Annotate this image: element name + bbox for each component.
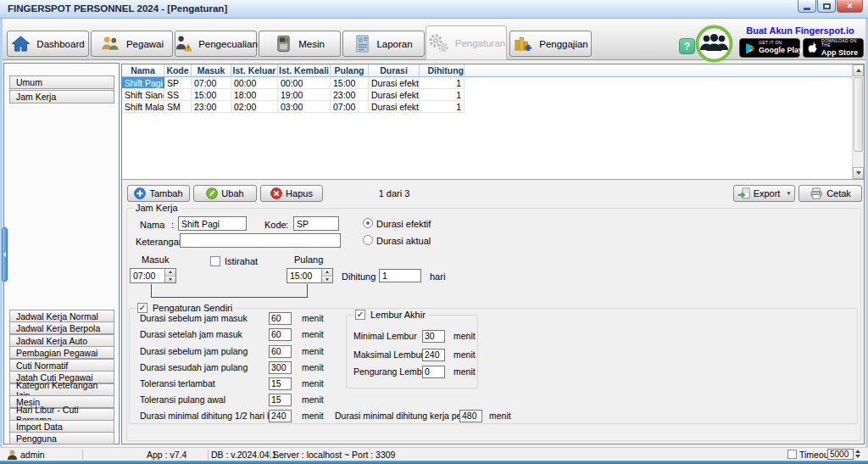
cell[interactable]: SS (164, 89, 192, 101)
sidebar-item-jadwal-kerja-berpola[interactable]: Jadwal Kerja Berpola (9, 321, 114, 334)
cell[interactable]: 1 (420, 101, 465, 113)
column-header-ist-keluar[interactable]: Ist. Keluar (231, 64, 278, 77)
cell[interactable]: 07:00 (192, 77, 231, 89)
column-header-durasi[interactable]: Durasi (369, 64, 420, 77)
column-header-nama[interactable]: Nama (122, 64, 164, 77)
sidebar-item-umum[interactable]: Umum (9, 75, 114, 89)
timeout-spinner[interactable] (855, 450, 860, 458)
tab-laporan[interactable]: Laporan (342, 31, 425, 57)
sidebar-item-jadwal-kerja-normal[interactable]: Jadwal Kerja Normal (9, 310, 114, 322)
tab-penggajian[interactable]: Penggajian (509, 31, 592, 57)
cell[interactable]: 19:00 (278, 89, 331, 101)
cell-selected[interactable]: Shift Pagi (122, 77, 164, 89)
column-header-pulang[interactable]: Pulang (331, 64, 369, 77)
dihitung-input[interactable] (379, 269, 421, 282)
cell[interactable]: 00:00 (231, 77, 278, 89)
splitter-handle[interactable] (2, 227, 8, 282)
cetak-button[interactable]: Cetak (798, 185, 862, 202)
table-row[interactable]: Shift Siang SS 15:00 18:00 19:00 23:00 D… (122, 89, 864, 101)
durasi-efektif-radio[interactable] (363, 218, 373, 228)
sidebar-item-hari-libur[interactable]: Hari Libur - Cuti Bersama (9, 408, 114, 421)
hapus-button[interactable]: Hapus (260, 185, 323, 202)
timeout-input[interactable] (827, 449, 854, 460)
cell[interactable]: 02:00 (231, 101, 278, 113)
sidebar-item-pengguna[interactable]: Pengguna (9, 432, 114, 444)
cell[interactable]: 23:00 (331, 89, 369, 101)
duration-input[interactable] (459, 410, 482, 422)
dropdown-arrow-icon[interactable]: ▼ (786, 191, 791, 196)
ubah-button[interactable]: Ubah (193, 185, 257, 202)
spin-down-button[interactable] (322, 277, 332, 283)
sidebar-item-kategori-keterangan-izin[interactable]: Kategori Keterangan Izin (9, 383, 114, 396)
duration-input[interactable] (269, 361, 292, 374)
cell[interactable]: 1 (420, 89, 465, 101)
sidebar-item-cuti-normatif[interactable]: Cuti Normatif (9, 359, 114, 372)
tab-pengecualian[interactable]: Pengecualian (175, 31, 257, 57)
keterangan-input[interactable] (180, 233, 341, 248)
app-store-badge[interactable]: Download on the App Store (803, 38, 864, 58)
spin-down-button[interactable] (165, 277, 175, 283)
duration-input[interactable] (269, 345, 292, 358)
cell[interactable]: Shift Siang (122, 89, 164, 101)
scroll-up-button[interactable] (853, 64, 864, 76)
duration-input[interactable] (422, 349, 445, 361)
table-scrollbar[interactable] (852, 64, 864, 179)
sidebar-item-pembagian-pegawai[interactable]: Pembagian Pegawai (9, 346, 114, 359)
duration-input[interactable] (422, 366, 445, 378)
duration-input[interactable] (269, 328, 292, 341)
cell[interactable]: 03:00 (278, 101, 331, 113)
lembur-akhir-checkbox[interactable]: ✓ (355, 310, 365, 320)
cell[interactable]: Durasi efektif (369, 77, 420, 89)
duration-input[interactable] (269, 377, 292, 390)
scrollbar-thumb[interactable] (854, 77, 863, 152)
cell[interactable]: 23:00 (192, 101, 231, 113)
column-header-kode[interactable]: Kode (164, 64, 192, 77)
spin-up-button[interactable] (322, 269, 332, 277)
duration-input[interactable] (422, 330, 445, 343)
cell[interactable]: 1 (420, 77, 465, 89)
duration-input[interactable] (269, 312, 292, 325)
cell[interactable]: 18:00 (231, 89, 278, 101)
cell[interactable]: 07:00 (331, 101, 369, 113)
tab-pengaturan[interactable]: Pengaturan (426, 25, 507, 60)
account-link[interactable]: Buat Akun Fingerspot.io (734, 25, 866, 36)
export-button[interactable]: Export ▼ (733, 185, 795, 202)
table-row[interactable]: Shift Malam SM 23:00 02:00 03:00 07:00 D… (122, 101, 864, 113)
column-header-ist-kembali[interactable]: Ist. Kembali (278, 64, 331, 77)
table-row[interactable]: Shift Pagi SP 07:00 00:00 00:00 15:00 Du… (122, 77, 864, 89)
sidebar-item-import-data[interactable]: Import Data (9, 420, 114, 433)
sidebar-item-jadwal-kerja-auto[interactable]: Jadwal Kerja Auto (9, 334, 114, 347)
maximize-button[interactable] (817, 0, 836, 13)
cell[interactable]: Durasi efektif (369, 89, 420, 101)
durasi-aktual-radio[interactable] (363, 235, 373, 245)
cell[interactable]: 00:00 (278, 77, 331, 89)
cell[interactable]: Shift Malam (122, 101, 164, 113)
tambah-button[interactable]: Tambah (127, 185, 190, 202)
kode-input[interactable] (293, 216, 339, 231)
tab-mesin[interactable]: Mesin (259, 31, 341, 57)
timeout-checkbox[interactable] (787, 450, 797, 459)
spin-up-button[interactable] (165, 269, 175, 277)
istirahat-checkbox[interactable] (210, 256, 220, 266)
fingerspot-people-icon[interactable] (695, 25, 733, 63)
nama-input[interactable] (178, 216, 247, 231)
column-header-dihitung[interactable]: Dihitung (420, 64, 465, 77)
duration-input[interactable] (269, 410, 292, 422)
minimize-button[interactable] (798, 0, 816, 13)
cell[interactable]: SM (164, 101, 192, 113)
google-play-badge[interactable]: GET IT ON Google Play (739, 38, 800, 58)
cell[interactable]: Durasi efektif (369, 101, 420, 113)
cell[interactable]: 15:00 (331, 77, 369, 89)
help-button[interactable]: ? (679, 38, 695, 54)
tab-pegawai[interactable]: Pegawai (91, 31, 173, 57)
close-button[interactable]: ✕ (837, 0, 863, 13)
cell[interactable]: 15:00 (192, 89, 231, 101)
masuk-time-spinner[interactable]: 07:00 (130, 268, 176, 283)
column-header-masuk[interactable]: Masuk (192, 64, 231, 77)
sidebar-item-jam-kerja[interactable]: Jam Kerja (9, 90, 114, 103)
tab-dashboard[interactable]: Dashboard (7, 31, 89, 57)
duration-input[interactable] (269, 394, 292, 406)
pulang-time-spinner[interactable]: 15:00 (287, 268, 333, 283)
cell[interactable]: SP (164, 77, 192, 89)
scroll-down-button[interactable] (853, 167, 864, 179)
